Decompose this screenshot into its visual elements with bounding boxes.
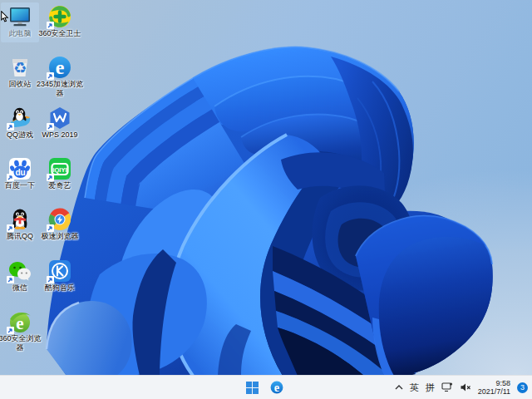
svg-text:e: e <box>273 381 278 394</box>
svg-text:e: e <box>56 57 65 78</box>
svg-text:♻: ♻ <box>13 60 27 76</box>
svg-text:du: du <box>15 168 25 177</box>
svg-text:iQIYI: iQIYI <box>52 166 66 174</box>
